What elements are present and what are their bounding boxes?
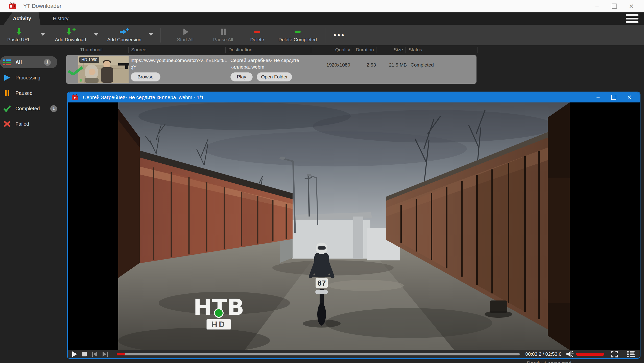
green-minus-icon [293,28,302,36]
stop-button[interactable] [82,352,87,357]
toolbar: Paste URL Add Download Add Conversion St… [0,25,644,45]
tab-activity-label: Activity [13,16,31,22]
add-download-chevron-down-icon[interactable] [94,33,99,36]
duration-value: 2:53 [355,62,376,68]
status-value: Completed [411,62,434,68]
window-title: YT Downloader [23,3,61,9]
play-pause-button[interactable] [72,351,77,357]
status-bar: Ready, 1 completed [0,360,644,363]
maximize-icon [612,4,617,9]
video-area[interactable]: 87 НТВ HD [68,102,640,350]
video-scene: 87 НТВ HD [118,102,570,350]
watermark-quality: HD [211,320,226,329]
close-button[interactable]: ✕ [623,0,640,12]
delete-completed-button[interactable]: Delete Completed [272,25,323,45]
play-button[interactable]: Play [230,72,253,81]
add-conversion-chevron-down-icon[interactable] [149,33,153,36]
sidebar-item-failed[interactable]: Failed [0,118,64,130]
player-window: Сергей Загребнев- Не сердите киллера..we… [67,92,640,359]
col-quality[interactable]: Quality [311,47,353,53]
close-icon: ✕ [629,3,634,10]
failed-x-icon [3,120,11,127]
col-source[interactable]: Source [128,47,225,53]
red-minus-icon [253,28,261,36]
delete-label: Delete [250,37,264,42]
app-tv-icon [9,2,18,10]
delete-completed-label: Delete Completed [278,37,317,42]
count-badge: 1 [50,105,57,112]
time-display: 00:03.2 / 02:53.6 [525,351,561,357]
completed-check-icon [3,105,11,112]
start-all-button[interactable]: Start All [166,25,204,45]
window-controls: – ✕ [588,0,640,12]
delete-button[interactable]: Delete [242,25,272,45]
player-maximize-button[interactable] [606,92,622,102]
player-titlebar: Сергей Загребнев- Не сердите киллера..we… [68,92,640,102]
count-badge: 1 [44,59,51,66]
col-thumbnail[interactable]: Thumbnail [64,47,128,53]
sidebar-item-label: Failed [15,121,29,127]
player-close-button[interactable]: ✕ [622,92,637,102]
tab-activity[interactable]: Activity [4,12,40,25]
browse-button[interactable]: Browse [131,72,160,81]
close-icon: ✕ [627,94,632,101]
sidebar-item-label: All [15,59,22,65]
download-row[interactable]: HD 1080 https://www.youtube.com/watch?v=… [66,55,476,84]
fullscreen-button[interactable] [611,351,618,358]
start-all-label: Start All [177,37,193,42]
playlist-button[interactable] [627,351,635,357]
volume-slider[interactable] [576,353,604,356]
bike-number: 87 [317,279,326,287]
next-icon [102,351,108,357]
hd-badge: HD 1080 [79,57,99,63]
sidebar-item-paused[interactable]: Paused [0,87,64,99]
playlist-icon [627,351,635,357]
green-down-arrow-icon [15,28,23,36]
maximize-button[interactable] [606,0,623,12]
volume-mute-button[interactable] [566,351,574,357]
speaker-icon [566,351,574,357]
app-window: YT Downloader – ✕ Activity History Paste… [0,0,644,363]
stop-icon [82,352,87,357]
col-status[interactable]: Status [406,47,478,53]
col-size[interactable]: Size [376,47,406,53]
col-destination[interactable]: Destination [225,47,311,53]
sidebar-item-label: Paused [15,90,33,96]
table-header: Thumbnail Source Destination Quality Dur… [64,45,644,54]
play-all-icon [181,28,189,36]
pause-all-label: Pause All [213,37,233,42]
source-url: https://www.youtube.com/watch?v=nELk5lt6… [131,57,230,70]
all-filter-icon [3,59,11,66]
paste-url-button[interactable]: Paste URL [0,25,38,45]
add-download-button[interactable]: Add Download [49,25,92,45]
seek-bar[interactable] [117,353,520,355]
pause-all-button[interactable]: Pause All [204,25,242,45]
player-controls: 00:03.2 / 02:53.6 [68,350,640,358]
more-actions-button[interactable]: ••• [333,31,345,39]
titlebar: YT Downloader – ✕ [0,0,644,12]
fullscreen-icon [611,351,618,358]
paste-url-chevron-down-icon[interactable] [40,33,45,36]
green-download-plus-icon [65,28,76,36]
destination-filename: Сергей Загребнев- Не сердите киллера..we… [230,57,309,70]
add-conversion-label: Add Conversion [107,37,141,42]
sidebar-item-completed[interactable]: Completed 1 [0,102,64,115]
minimize-button[interactable]: – [588,0,606,12]
video-frame: 87 НТВ HD [118,102,570,350]
next-track-button[interactable] [102,351,108,357]
sidebar-item-label: Processing [15,75,40,81]
tab-history-label: History [53,16,68,22]
play-icon [72,351,77,357]
previous-track-button[interactable] [91,351,98,357]
sidebar-item-processing[interactable]: Processing [0,72,64,84]
add-conversion-button[interactable]: Add Conversion [102,25,147,45]
open-folder-button[interactable]: Open Folder [257,72,292,81]
processing-play-icon [3,74,11,81]
completed-check-icon [67,66,84,75]
col-duration[interactable]: Duration [353,47,376,53]
minimize-icon: – [595,3,599,10]
sidebar-item-all[interactable]: All 1 [0,56,57,68]
player-minimize-button[interactable]: – [590,92,606,102]
menu-hamburger-icon[interactable] [626,14,638,23]
tab-history[interactable]: History [48,12,73,25]
